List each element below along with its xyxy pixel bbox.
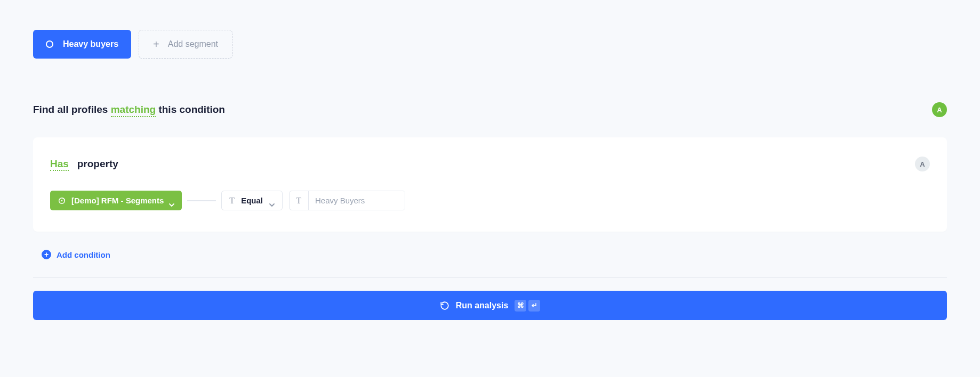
add-condition-label: Add condition [57,250,110,259]
heading-row: Find all profiles matching this conditio… [33,102,947,117]
segment-chip-heavy-buyers[interactable]: Heavy buyers [33,30,131,59]
heading: Find all profiles matching this conditio… [33,104,225,116]
condition-title: Has property [50,158,118,170]
heading-matching[interactable]: matching [111,104,156,117]
operator-select[interactable]: T Equal [221,191,283,210]
add-segment-label: Add segment [168,39,218,49]
chevron-down-icon [269,199,275,202]
heading-prefix: Find all profiles [33,104,111,115]
kbd-enter: ↵ [528,300,540,312]
condition-avatar[interactable]: A [915,157,930,171]
plus-circle-icon: + [42,250,51,259]
value-input-wrap: T [289,191,405,210]
condition-body: [Demo] RFM - Segments T Equal [50,191,930,210]
shortcut-hint: ⌘ ↵ [515,300,540,312]
heading-suffix: this condition [156,104,225,115]
condition-header: Has property A [50,157,930,171]
kbd-cmd: ⌘ [515,300,526,312]
condition-has-toggle[interactable]: Has [50,158,69,171]
run-analysis-button[interactable]: Run analysis ⌘ ↵ [33,291,947,320]
add-condition-button[interactable]: + Add condition [42,250,110,259]
refresh-icon [440,301,449,310]
add-segment-button[interactable]: + Add segment [139,30,232,59]
avatar-letter: A [937,106,942,114]
svg-point-1 [61,200,63,201]
property-selector[interactable]: [Demo] RFM - Segments [50,191,182,210]
divider [33,277,947,278]
run-analysis-label: Run analysis [456,301,509,310]
operator-label: Equal [241,196,263,205]
text-type-icon: T [229,196,235,206]
circle-icon [46,40,53,48]
condition-card: Has property A [Demo] RFM - Segments [33,137,947,232]
property-selector-label: [Demo] RFM - Segments [71,196,164,205]
condition-property-label: property [77,158,118,169]
plus-icon: + [153,39,159,50]
condition-avatar-letter: A [920,160,925,168]
text-type-icon: T [290,191,309,210]
segments-row: Heavy buyers + Add segment [33,30,947,59]
avatar[interactable]: A [932,102,947,117]
segment-chip-label: Heavy buyers [63,39,118,49]
connector-line [187,200,216,201]
target-icon [58,196,66,205]
segment-builder: Heavy buyers + Add segment Find all prof… [0,0,980,320]
value-input[interactable] [309,191,405,210]
chevron-down-icon [169,199,174,202]
